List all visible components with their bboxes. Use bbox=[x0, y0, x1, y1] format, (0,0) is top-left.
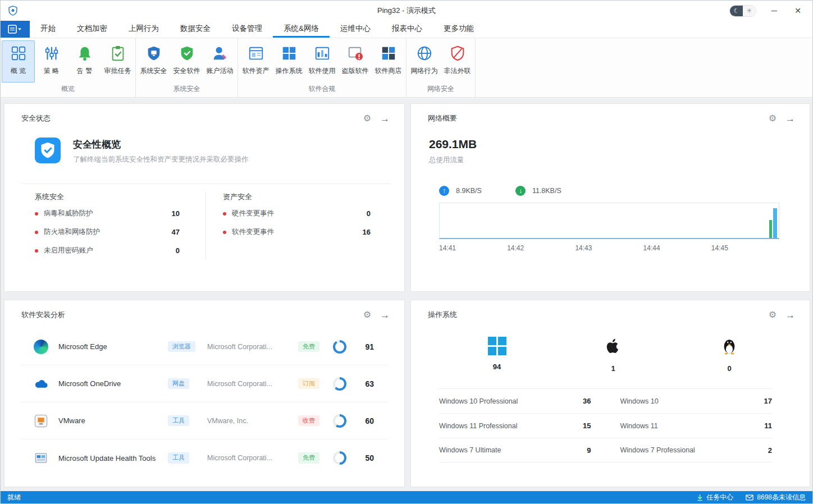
upload-speed: 8.9KB/S bbox=[456, 187, 482, 195]
security-shield-icon bbox=[35, 138, 61, 165]
table-row[interactable]: Windows 10 Professional36 Windows 1017 bbox=[439, 388, 772, 413]
stat-row-software-change[interactable]: 软件变更事件 16 bbox=[223, 223, 371, 241]
stat-row-virus-protection[interactable]: 病毒和威胁防护 10 bbox=[35, 204, 180, 223]
time-tick: 14:41 bbox=[439, 244, 456, 252]
file-menu-icon bbox=[8, 25, 22, 34]
tab-ops-center[interactable]: 运维中心 bbox=[330, 21, 381, 38]
card-software-analysis: 软件安装分析 ⚙ → Microsoft Edge 浏览器 Microsoft … bbox=[4, 300, 405, 487]
software-row-edge[interactable]: Microsoft Edge 浏览器 Microsoft Corporati..… bbox=[20, 328, 389, 365]
stat-row-hardware-change[interactable]: 硬件变更事件 0 bbox=[223, 204, 371, 223]
tab-data-security[interactable]: 数据安全 bbox=[170, 21, 221, 38]
sun-icon[interactable]: ☀ bbox=[743, 5, 756, 17]
tab-more-features[interactable]: 更多功能 bbox=[433, 21, 485, 38]
tab-system-network[interactable]: 系统&网络 bbox=[273, 21, 330, 38]
arrow-right-icon[interactable]: → bbox=[380, 114, 390, 123]
ribbon-item-account-activity[interactable]: 账户活动 bbox=[203, 40, 236, 83]
ribbon-item-security-software[interactable]: 安全软件 bbox=[170, 40, 203, 83]
software-store-icon bbox=[380, 45, 397, 62]
network-total-label: 总使用流量 bbox=[429, 155, 810, 165]
illegal-shield-icon bbox=[449, 45, 466, 62]
ribbon-item-network-behavior[interactable]: 网络行为 bbox=[408, 40, 441, 83]
globe-icon bbox=[416, 45, 433, 62]
arrow-right-icon[interactable]: → bbox=[785, 310, 795, 320]
table-row[interactable]: Windows 11 Professional15 Windows 1111 bbox=[439, 413, 772, 438]
column-title: 系统安全 bbox=[35, 192, 180, 202]
stat-row-firewall-protection[interactable]: 防火墙和网络防护 47 bbox=[35, 223, 180, 241]
ribbon-item-system-security[interactable]: 系统安全 bbox=[137, 40, 170, 83]
network-traffic-chart[interactable] bbox=[439, 203, 779, 239]
tab-report-center[interactable]: 报表中心 bbox=[381, 21, 433, 38]
gear-icon[interactable]: ⚙ bbox=[363, 114, 371, 123]
time-tick: 14:43 bbox=[575, 244, 592, 252]
chart-time-axis: 14:41 14:42 14:43 14:44 14:45 bbox=[439, 244, 779, 253]
software-usage-icon bbox=[314, 45, 331, 62]
theme-toggle[interactable]: ☾ ☀ bbox=[729, 5, 756, 17]
apple-logo-icon bbox=[605, 337, 622, 357]
edge-app-icon bbox=[34, 340, 48, 354]
minimize-button[interactable]: ─ bbox=[769, 6, 780, 15]
status-ready: 就绪 bbox=[7, 493, 21, 502]
ribbon-item-overview[interactable]: 概 览 bbox=[2, 40, 35, 83]
unread-messages-button[interactable]: 8698条未读信息 bbox=[746, 493, 806, 502]
policy-sliders-icon bbox=[43, 45, 60, 62]
gear-icon[interactable]: ⚙ bbox=[363, 310, 371, 319]
time-tick: 14:42 bbox=[507, 244, 524, 252]
software-card-title: 软件安装分析 bbox=[21, 310, 65, 320]
platform-apple[interactable]: 1 bbox=[593, 337, 633, 373]
network-total-traffic: 269.1MB bbox=[429, 138, 810, 151]
ribbon-item-operating-system[interactable]: 操作系统 bbox=[272, 40, 305, 83]
tab-web-behavior[interactable]: 上网行为 bbox=[118, 21, 170, 38]
platform-linux[interactable]: 0 bbox=[710, 337, 749, 373]
software-row-onedrive[interactable]: Microsoft OneDrive 网盘 Microsoft Corporat… bbox=[20, 365, 389, 402]
ribbon-item-software-assets[interactable]: 软件资产 bbox=[239, 40, 272, 83]
account-person-icon bbox=[212, 45, 229, 62]
red-dot-icon bbox=[35, 212, 38, 216]
os-version-table: Windows 10 Professional36 Windows 1017 W… bbox=[439, 388, 772, 462]
ribbon-item-pirated-software[interactable]: 盗版软件 bbox=[339, 40, 372, 83]
ribbon-item-approval-tasks[interactable]: 审批任务 bbox=[101, 40, 134, 83]
red-dot-icon bbox=[35, 231, 38, 234]
security-overview-subtitle: 了解终端当前系统安全性和资产变更情况并采取必要操作 bbox=[73, 155, 249, 164]
moon-icon[interactable]: ☾ bbox=[730, 5, 743, 17]
software-row-vmware[interactable]: VMware 工具 VMware, Inc. 收费 60 bbox=[20, 402, 389, 439]
license-badge: 收费 bbox=[298, 415, 319, 426]
tab-start[interactable]: 开始 bbox=[30, 21, 66, 38]
software-asset-window-icon bbox=[248, 45, 264, 62]
tab-device-mgmt[interactable]: 设备管理 bbox=[221, 21, 273, 38]
arrow-right-icon[interactable]: → bbox=[380, 310, 390, 320]
green-shield-icon bbox=[179, 45, 195, 62]
file-menu-button[interactable] bbox=[1, 21, 30, 38]
progress-ring bbox=[333, 451, 346, 465]
progress-ring bbox=[333, 414, 346, 428]
table-row[interactable]: Windows 7 Ultimate9 Windows 7 Profession… bbox=[439, 438, 772, 462]
install-count: 63 bbox=[365, 379, 389, 388]
linux-penguin-icon bbox=[721, 337, 738, 357]
stat-row-no-password-accounts[interactable]: 未启用密码账户 0 bbox=[35, 241, 180, 260]
platform-windows[interactable]: 94 bbox=[477, 337, 517, 373]
group-label-system-security: 系统安全 bbox=[136, 83, 237, 97]
red-dot-icon bbox=[35, 249, 38, 253]
windows-logo-icon bbox=[488, 337, 506, 355]
card-operating-systems: 操作系统 ⚙ → 94 1 0 bbox=[410, 300, 810, 487]
task-center-button[interactable]: 任务中心 bbox=[697, 493, 733, 502]
ribbon-group-network-security: 网络行为 非法外联 网络安全 bbox=[406, 38, 476, 97]
close-button[interactable]: ✕ bbox=[792, 6, 803, 15]
ribbon-item-illegal-connection[interactable]: 非法外联 bbox=[441, 40, 474, 83]
ribbon-item-software-store[interactable]: 软件商店 bbox=[372, 40, 405, 83]
arrow-right-icon[interactable]: → bbox=[785, 114, 795, 123]
ribbon-item-alerts[interactable]: 告 警 bbox=[68, 40, 101, 83]
approval-clipboard-icon bbox=[109, 45, 126, 62]
asset-security-column: 资产安全 硬件变更事件 0 软件变更事件 16 bbox=[205, 192, 404, 260]
category-badge: 工具 bbox=[168, 452, 189, 463]
install-count: 50 bbox=[365, 453, 389, 462]
column-title: 资产安全 bbox=[223, 192, 371, 202]
gear-icon[interactable]: ⚙ bbox=[769, 114, 777, 123]
tab-doc-encryption[interactable]: 文档加密 bbox=[66, 21, 118, 38]
ribbon-item-software-usage[interactable]: 软件使用 bbox=[305, 40, 339, 83]
software-row-update-health-tools[interactable]: Microsoft Update Health Tools 工具 Microso… bbox=[20, 439, 389, 476]
category-badge: 浏览器 bbox=[168, 341, 195, 352]
gear-icon[interactable]: ⚙ bbox=[769, 310, 777, 319]
ribbon-item-policy[interactable]: 策 略 bbox=[35, 40, 68, 83]
ribbon-group-software-compliance: 软件资产 操作系统 软件使用 盗版软件 软件商店 软件合规 bbox=[238, 38, 406, 97]
group-label-software-compliance: 软件合规 bbox=[238, 83, 406, 97]
